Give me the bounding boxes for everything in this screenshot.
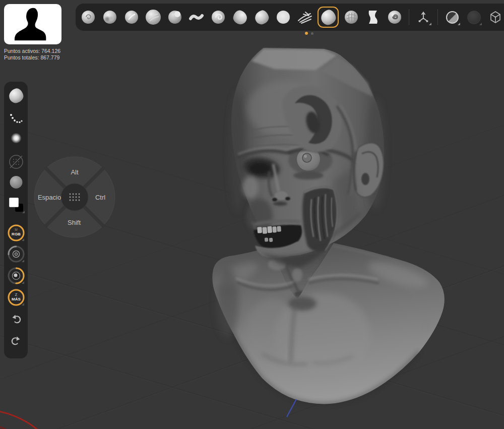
radial-key-alt[interactable]: Alt [71,168,78,176]
dropdown-corner [429,23,431,25]
dropdown-corner [458,23,460,25]
paint-sphere-button[interactable] [7,266,26,285]
material-button[interactable] [10,176,22,189]
rgb-label: RGB [12,232,21,236]
paint-color-button[interactable] [9,197,24,212]
sculpture-bust [212,48,445,404]
dropdown-corner [22,238,24,241]
brush-blob-sphere[interactable] [165,8,184,27]
brush-flat-disc[interactable] [274,8,293,27]
zadd-z-label: Z [15,293,17,296]
undo-icon [9,313,23,326]
radial-key-espacio[interactable]: Espacio [38,194,61,201]
dropdown-corner [22,211,25,213]
shading-sphere-icon [467,11,481,24]
mesh-stats: Puntos activos: 764.126 Puntos totales: … [4,48,60,61]
clay-drop-icon [319,8,337,26]
paint-mode-rgb-button[interactable]: M RGB [7,223,26,242]
dropdown-corner [22,303,24,305]
dropdown-corner [479,23,482,25]
scene-thumbnail[interactable] [4,4,61,44]
rotation-ring-arcs [0,410,69,429]
brush-drop-left[interactable] [230,8,249,27]
brush-twirl-sphere[interactable] [385,8,404,27]
rake-icon [296,10,313,25]
brush-stripe-sphere[interactable] [122,8,141,27]
pinch-icon [366,9,380,25]
redo-button[interactable] [9,334,23,347]
view-cube-button[interactable] [486,8,504,27]
snake-stroke-icon [191,16,202,19]
radial-key-ctrl[interactable]: Ctrl [95,194,105,201]
selected-brush-outline [318,7,339,28]
active-points: Puntos activos: 764.126 [4,48,60,54]
toolbar-page-dot-active[interactable] [305,32,308,35]
brush-pinch[interactable] [363,8,383,27]
alpha-texture-button[interactable] [8,153,25,170]
brush-crease-sphere[interactable] [79,8,98,27]
brush-toolbar [76,4,504,31]
flat-disc-icon [277,11,290,24]
sphere-rough-icon [103,11,116,24]
matcap-button[interactable] [443,8,462,27]
brush-rake[interactable] [295,8,314,27]
drop-right-icon [253,9,270,25]
redo-icon [9,334,23,347]
radial-menu-drag-handle[interactable] [61,183,88,211]
drop-left-icon [232,9,248,26]
dotted-arc-icon [8,111,24,127]
wire-cube-icon [488,10,503,25]
brush-rock-sphere[interactable] [100,8,119,27]
app-window: Alt Espacio Ctrl Shift Puntos activos: 7… [0,0,504,429]
soft-dot-icon [11,133,22,144]
paint-target-button[interactable] [7,244,26,264]
gizmo-tool-button[interactable] [414,8,433,27]
sculpt-mode-zadd-button[interactable]: Z MÁS [7,288,26,307]
zadd-label: MÁS [12,297,21,301]
brush-lattice-sphere[interactable] [342,8,361,27]
toolbar-separator [437,9,438,25]
brush-clay-selected[interactable] [317,8,339,27]
stroke-type-button[interactable] [8,111,24,127]
toolbar-page-dot-inactive[interactable] [311,32,313,35]
foreground-color-chip [9,198,19,207]
clay-drop-icon [7,87,25,105]
total-points: Puntos totales: 867.779 [4,54,60,61]
toolbar-separator [409,9,409,25]
matcap-icon [446,11,459,24]
radial-key-shift[interactable]: Shift [68,219,81,226]
dropdown-corner [22,281,24,284]
shading-off-button[interactable] [464,8,483,27]
brush-flow-sphere[interactable] [144,8,163,27]
undo-button[interactable] [9,313,23,326]
rgb-m-label: M [15,228,17,231]
dropdown-corner [22,260,24,262]
color-swatch-icon [9,197,24,212]
current-brush-button[interactable] [9,89,23,103]
brush-drop-right[interactable] [252,8,271,27]
brush-swirl-sphere[interactable] [209,8,228,27]
falloff-button[interactable] [11,133,22,144]
alpha-disabled-icon [8,153,25,170]
tool-sidebar: M RGB Z MÁS [4,82,28,358]
bust-silhouette [7,5,59,43]
gray-sphere-icon [10,176,22,189]
brush-snake-stroke[interactable] [187,8,206,27]
